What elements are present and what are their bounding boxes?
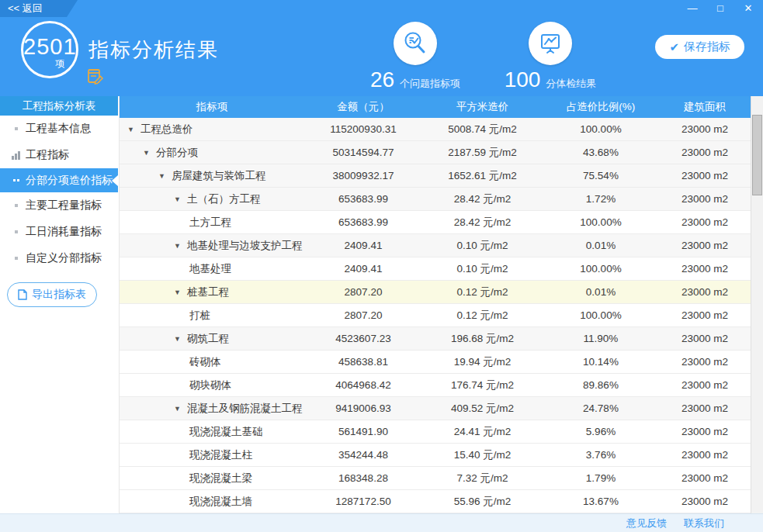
unit-cost-value: 196.68 元/m2 [422, 332, 543, 346]
expand-collapse-arrow-icon[interactable]: ▼ [174, 405, 187, 413]
indicator-name: 工程总造价 [140, 123, 193, 136]
back-button[interactable]: << 返回 [0, 0, 78, 17]
health-score-label: 分体检结果 [546, 77, 596, 91]
expand-collapse-arrow-icon[interactable]: ▼ [158, 172, 172, 180]
indicator-name: 打桩 [189, 309, 210, 323]
sidebar-header: 工程指标分析表 [0, 96, 118, 116]
unit-cost-value: 15.40 元/m2 [422, 448, 543, 462]
footer: 意见反馈 联系我们 [0, 513, 763, 532]
amount-value: 354244.48 [304, 449, 422, 461]
cost-ratio-value: 100.00% [543, 263, 659, 275]
chart-board-icon[interactable] [529, 22, 572, 65]
sidebar-item-custom-subdivision-indicators[interactable]: 自定义分部指标 [0, 245, 118, 271]
table-row[interactable]: 打桩2807.200.12 元/m2100.00%23000 m2 [120, 304, 751, 327]
vertical-scrollbar[interactable] [751, 96, 763, 513]
unit-cost-value: 0.10 元/m2 [422, 262, 543, 276]
amount-value: 1287172.50 [304, 496, 422, 507]
save-indicators-button[interactable]: ✔ 保存指标 [655, 35, 744, 59]
unit-cost-value: 28.42 元/m2 [422, 192, 543, 206]
expand-collapse-arrow-icon[interactable]: ▼ [143, 149, 156, 157]
sidebar-item-main-quantity-indicators[interactable]: 主要工程量指标 [0, 192, 118, 219]
document-edit-icon[interactable] [87, 68, 104, 85]
amount-value: 2409.41 [304, 263, 422, 275]
table-row[interactable]: 现浇混凝土柱354244.4815.40 元/m23.76%23000 m2 [120, 444, 751, 467]
maximize-button[interactable]: □ [712, 2, 729, 16]
unit-cost-value: 409.52 元/m2 [422, 402, 543, 416]
scrollbar-thumb[interactable] [752, 115, 762, 195]
contact-us-link[interactable]: 联系我们 [684, 516, 724, 530]
unit-cost-value: 176.74 元/m2 [422, 378, 543, 392]
table-row[interactable]: ▼桩基工程2807.200.12 元/m20.01%23000 m2 [120, 281, 751, 304]
amount-value: 561491.90 [304, 426, 422, 437]
indicator-name: 现浇混凝土基础 [189, 425, 263, 439]
expand-collapse-arrow-icon[interactable]: ▼ [127, 126, 140, 133]
problem-indicators-stat: 26 个问题指标项 [349, 22, 481, 92]
sidebar-item-basic-info[interactable]: 工程基本信息 [0, 116, 118, 142]
table-row[interactable]: 砖砌体458638.8119.94 元/m210.14%23000 m2 [120, 351, 751, 374]
column-header-amount: 金额（元） [304, 100, 422, 114]
building-area-value: 23000 m2 [659, 286, 751, 298]
building-area-value: 23000 m2 [659, 356, 751, 368]
indicator-count: 2501 [23, 34, 76, 60]
table-row[interactable]: ▼土（石）方工程653683.9928.42 元/m21.72%23000 m2 [120, 188, 751, 211]
indicator-name: 地基处理与边坡支护工程 [187, 239, 303, 253]
table-row[interactable]: ▼工程总造价115200930.315008.74 元/m2100.00%230… [120, 118, 751, 141]
close-button[interactable]: ✕ [740, 2, 757, 16]
sidebar-item-subdivision-cost-indicators[interactable]: 分部分项造价指标 [0, 168, 118, 192]
column-header-indicator: 指标项 [120, 100, 304, 114]
table-row[interactable]: ▼砌筑工程4523607.23196.68 元/m211.90%23000 m2 [120, 327, 751, 351]
search-check-icon[interactable] [394, 22, 437, 65]
amount-value: 168348.28 [304, 472, 422, 484]
minimize-button[interactable]: — [684, 2, 701, 16]
cost-ratio-value: 3.76% [543, 449, 659, 461]
problem-indicator-label: 个问题指标项 [400, 77, 460, 91]
table-row[interactable]: 地基处理2409.410.10 元/m2100.00%23000 m2 [120, 257, 751, 281]
sidebar-item-project-indicators[interactable]: 工程指标 [0, 142, 118, 168]
export-indicator-table-button[interactable]: 导出指标表 [7, 282, 97, 307]
sidebar: 工程指标分析表 工程基本信息 工程指标 分部分项造价指标 主要工程量指标 工日消… [0, 96, 118, 513]
building-area-value: 23000 m2 [659, 496, 751, 507]
table-row[interactable]: 现浇混凝土基础561491.9024.41 元/m25.96%23000 m2 [120, 420, 751, 444]
unit-cost-value: 1652.61 元/m2 [422, 169, 543, 183]
building-area-value: 23000 m2 [659, 240, 751, 251]
cost-ratio-value: 0.01% [543, 286, 659, 298]
column-header-cost-ratio: 占造价比例(%) [543, 100, 659, 114]
indicator-name: 现浇混凝土梁 [189, 472, 252, 485]
cost-ratio-value: 100.00% [543, 123, 659, 135]
table-row[interactable]: ▼分部分项50314594.772187.59 元/m243.68%23000 … [120, 141, 751, 164]
cost-ratio-value: 1.72% [543, 193, 659, 205]
building-area-value: 23000 m2 [659, 263, 751, 275]
table-row[interactable]: ▼混凝土及钢筋混凝土工程9419006.93409.52 元/m224.78%2… [120, 397, 751, 420]
table-row[interactable]: 砌块砌体4064968.42176.74 元/m289.86%23000 m2 [120, 374, 751, 397]
building-area-value: 23000 m2 [659, 193, 751, 205]
sidebar-item-labor-consumption-indicators[interactable]: 工日消耗量指标 [0, 219, 118, 245]
amount-value: 4523607.23 [304, 333, 422, 344]
unit-cost-value: 28.42 元/m2 [422, 216, 543, 230]
cost-ratio-value: 0.01% [543, 240, 659, 251]
expand-collapse-arrow-icon[interactable]: ▼ [174, 242, 187, 250]
dot-icon [10, 230, 22, 233]
dot-icon [10, 257, 22, 260]
table-body: ▼工程总造价115200930.315008.74 元/m2100.00%230… [120, 118, 763, 513]
dot-icon [10, 127, 22, 130]
indicator-name: 砖砌体 [189, 355, 221, 369]
building-area-value: 23000 m2 [659, 170, 751, 181]
table-row[interactable]: ▼房屋建筑与装饰工程38009932.171652.61 元/m275.54%2… [120, 164, 751, 188]
expand-collapse-arrow-icon[interactable]: ▼ [174, 335, 187, 343]
expand-collapse-arrow-icon[interactable]: ▼ [174, 195, 187, 203]
amount-value: 38009932.17 [304, 170, 422, 181]
table-row[interactable]: ▼地基处理与边坡支护工程2409.410.10 元/m20.01%23000 m… [120, 234, 751, 257]
cost-ratio-value: 5.96% [543, 426, 659, 437]
expand-collapse-arrow-icon[interactable]: ▼ [174, 288, 187, 296]
unit-cost-value: 19.94 元/m2 [422, 355, 543, 369]
unit-cost-value: 0.10 元/m2 [422, 239, 543, 253]
column-header-unit-cost: 平方米造价 [422, 100, 543, 114]
table-row[interactable]: 土方工程653683.9928.42 元/m2100.00%23000 m2 [120, 211, 751, 234]
cost-ratio-value: 1.79% [543, 472, 659, 484]
save-button-label: 保存指标 [684, 40, 730, 54]
building-area-value: 23000 m2 [659, 216, 751, 228]
feedback-link[interactable]: 意见反馈 [626, 516, 667, 530]
table-row[interactable]: 现浇混凝土梁168348.287.32 元/m21.79%23000 m2 [120, 467, 751, 490]
bar-chart-icon [10, 151, 22, 160]
table-row[interactable]: 现浇混凝土墙1287172.5055.96 元/m213.67%23000 m2 [120, 490, 751, 513]
